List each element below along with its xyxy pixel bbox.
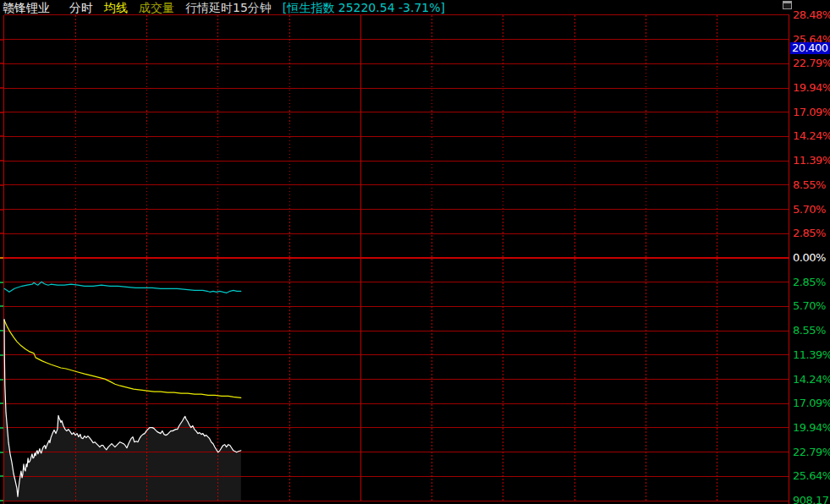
label-delay-notice: 行情延时15分钟 <box>185 0 272 15</box>
tab-fenshi[interactable]: 分时 <box>69 0 93 15</box>
percent-axis-label: 14.24% <box>793 374 830 386</box>
percent-axis-label: 11.39% <box>793 155 830 167</box>
percent-axis-label: 5.70% <box>793 300 830 312</box>
percent-axis-label: 19.94% <box>793 422 830 434</box>
tab-junxian[interactable]: 均线 <box>104 0 128 15</box>
hang-seng-index-ticker[interactable]: [恒生指数 25220.54 -3.71%] <box>283 0 445 15</box>
right-percent-axis: 28.48%25.64%22.79%19.94%17.09%14.24%11.3… <box>0 0 830 504</box>
percent-axis-label: 2.85% <box>793 227 830 239</box>
percent-axis-label: 17.09% <box>793 107 830 118</box>
percent-axis-label: 11.39% <box>793 349 830 361</box>
percent-axis-label: 19.94% <box>793 82 830 94</box>
window-icon[interactable] <box>783 1 792 9</box>
percent-axis-label: 22.79% <box>793 446 830 458</box>
percent-axis-label: 8.55% <box>793 325 830 337</box>
percent-axis-label: 14.24% <box>793 130 830 142</box>
trading-app-window: { "title_bar": { "stock_name": "赣锋锂业", "… <box>0 0 830 504</box>
tab-chengjiaoliang[interactable]: 成交量 <box>139 0 174 15</box>
percent-axis-label: 0.00% <box>793 252 830 264</box>
percent-axis-label: 5.70% <box>793 204 830 216</box>
stock-name: 赣锋锂业 <box>3 0 50 15</box>
cursor-price-tag: 20.400 <box>790 42 830 54</box>
percent-axis-label: 22.79% <box>793 58 830 69</box>
percent-axis-label: 8.55% <box>793 179 830 191</box>
percent-axis-label: 2.85% <box>793 277 830 288</box>
percent-axis-label: 28.48% <box>793 9 830 21</box>
title-bar: 赣锋锂业 分时均线成交量行情延时15分钟[恒生指数 25220.54 -3.71… <box>3 0 445 15</box>
volume-axis-value: 908.17 <box>793 495 830 504</box>
percent-axis-label: 17.09% <box>793 397 830 409</box>
percent-axis-label: 25.64% <box>793 470 830 482</box>
